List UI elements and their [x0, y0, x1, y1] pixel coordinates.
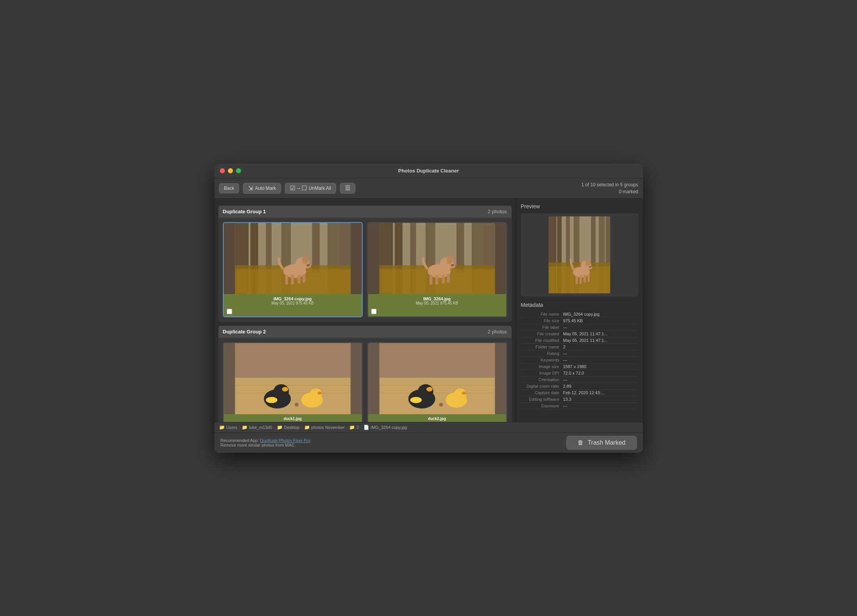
preview-thumb: [549, 216, 610, 293]
marked-count: 0 marked: [581, 188, 638, 195]
meta-key: Image DPI: [521, 371, 563, 375]
back-button[interactable]: Back: [219, 183, 239, 193]
preview-label: Preview: [521, 203, 638, 209]
meta-key: File created: [521, 331, 563, 336]
meta-value: Feb 12, 2020 12:43:...: [563, 390, 638, 395]
photo3-info: duck1.jpg: [224, 414, 362, 422]
meta-key: Digital zoom ratio: [521, 384, 563, 388]
meta-value: 72.0 x 72.0: [563, 371, 638, 375]
photo2-meta: May 05, 2021 975.45 KB: [416, 301, 458, 305]
meta-key: Folder name: [521, 345, 563, 349]
photo-thumb-1: [224, 223, 362, 294]
content-area: Duplicate Group 1 2 photos: [214, 199, 643, 422]
metadata-row: Digital zoom ratio 2.89: [521, 383, 638, 390]
svg-rect-53: [379, 378, 495, 414]
window-title: Photos Duplicate Cleaner: [398, 168, 459, 174]
titlebar: Photos Duplicate Cleaner: [214, 164, 643, 178]
group2-header: Duplicate Group 2 2 photos: [218, 326, 512, 338]
username-folder-icon: 📁: [242, 425, 248, 430]
metadata-row: File modified May 05, 2021 11:47:1...: [521, 337, 638, 344]
users-folder-icon: 📁: [219, 425, 225, 430]
svg-point-62: [462, 392, 466, 395]
meta-value: ---: [563, 358, 638, 362]
photo1-info: IMG_3264 copy.jpg May 05, 2021 975.45 KB: [224, 294, 362, 308]
recommended-text: Recommended App: Duplicate Photos Fixer …: [221, 438, 311, 443]
svg-rect-69: [591, 216, 596, 270]
trash-marked-button[interactable]: 🗑 Trash Marked: [566, 436, 636, 450]
svg-point-18: [306, 264, 310, 266]
close-button[interactable]: [220, 168, 225, 173]
svg-point-59: [410, 397, 422, 403]
group2-count: 2 photos: [488, 329, 507, 335]
metadata-row: File size 975.45 KB: [521, 318, 638, 324]
maximize-button[interactable]: [236, 168, 241, 173]
meta-value: ---: [563, 351, 638, 356]
breadcrumb-username: 📁 luke_m13d5: [242, 425, 272, 430]
photo1-filename: IMG_3264 copy.jpg: [274, 296, 312, 301]
recommended-link[interactable]: Duplicate Photos Fixer Pro: [260, 438, 310, 443]
metadata-row: Editing software 13.3: [521, 396, 638, 403]
photo-thumb-3: [224, 343, 362, 414]
svg-point-49: [317, 392, 322, 395]
group2-label: Duplicate Group 2: [223, 329, 266, 335]
metadata-section: Metadata File name IMG_3264 copy.jpg Fil…: [521, 302, 638, 409]
svg-point-63: [439, 403, 443, 407]
photo-card-3[interactable]: duck1.jpg: [223, 342, 363, 422]
auto-mark-button[interactable]: ⇲ Auto Mark: [243, 183, 281, 194]
metadata-row: Exposure ---: [521, 403, 638, 409]
svg-rect-79: [584, 275, 586, 283]
metadata-row: File name IMG_3264 copy.jpg: [521, 311, 638, 318]
breadcrumb-desktop-label: Desktop: [284, 425, 300, 430]
meta-key: Keywords: [521, 358, 563, 362]
svg-rect-14: [291, 275, 294, 285]
minimize-button[interactable]: [228, 168, 233, 173]
photo2-checkbox[interactable]: [371, 309, 377, 314]
recommended-prefix: Recommended App:: [221, 438, 260, 443]
selection-info: 1 of 10 selected in 5 groups 0 marked: [581, 181, 638, 195]
photo-card-4[interactable]: duck2.jpg: [367, 342, 507, 422]
unmark-all-label: UnMark All: [309, 186, 331, 191]
toolbar: Back ⇲ Auto Mark ☑→☐ UnMark All ☰ 1 of 1…: [214, 178, 643, 199]
breadcrumb-photos-nov-label: photos November: [311, 425, 345, 430]
meta-value: May 05, 2021 11:47:1...: [563, 331, 638, 336]
metadata-row: Image DPI 72.0 x 72.0: [521, 370, 638, 377]
photo-thumb-2: [368, 223, 506, 294]
meta-key: File label: [521, 325, 563, 330]
group1-label: Duplicate Group 1: [223, 209, 266, 214]
photo2-info: IMG_3264.jpg May 05, 2021 975.45 KB: [368, 294, 506, 308]
meta-value: 1587 x 1980: [563, 364, 638, 369]
photo2-filename: IMG_3264.jpg: [423, 296, 451, 301]
photo1-meta: May 05, 2021 975.45 KB: [271, 301, 314, 305]
svg-rect-78: [579, 276, 582, 284]
file-icon: 📄: [363, 425, 369, 430]
svg-point-81: [587, 266, 592, 270]
svg-point-37: [451, 264, 454, 266]
breadcrumb-desktop: 📁 Desktop: [277, 425, 300, 430]
photo-card-1[interactable]: IMG_3264 copy.jpg May 05, 2021 975.45 KB: [223, 222, 363, 317]
photo-thumb-4: [368, 343, 506, 414]
svg-point-82: [589, 266, 591, 268]
group1-body: IMG_3264 copy.jpg May 05, 2021 975.45 KB: [218, 218, 512, 322]
svg-point-50: [295, 403, 298, 407]
meta-key: Rating: [521, 351, 563, 356]
breadcrumb: 📁 Users › 📁 luke_m13d5 › 📁 Desktop › 📁 p…: [214, 422, 643, 432]
breadcrumb-2-label: 2: [357, 425, 359, 430]
view-options-button[interactable]: ☰: [340, 183, 355, 194]
meta-key: File name: [521, 312, 563, 316]
photo1-checkbox[interactable]: [227, 309, 232, 314]
unmark-all-button[interactable]: ☑→☐ UnMark All: [285, 183, 336, 194]
meta-key: Exposure: [521, 403, 563, 408]
metadata-row: File label ---: [521, 324, 638, 331]
photo3-filename: duck1.jpg: [284, 417, 302, 421]
svg-rect-77: [576, 276, 578, 284]
photo4-filename: duck2.jpg: [428, 417, 446, 421]
photo1-checkbox-row: [224, 308, 362, 316]
photo2-checkbox-row: [368, 308, 506, 316]
photo4-info: duck2.jpg: [368, 414, 506, 422]
auto-mark-label: Auto Mark: [255, 186, 276, 191]
photo-card-2[interactable]: IMG_3264.jpg May 05, 2021 975.45 KB: [367, 222, 507, 317]
group1-header: Duplicate Group 1 2 photos: [218, 206, 512, 218]
meta-value: 2: [563, 345, 638, 349]
auto-mark-icon: ⇲: [248, 185, 253, 191]
svg-rect-13: [285, 275, 288, 285]
